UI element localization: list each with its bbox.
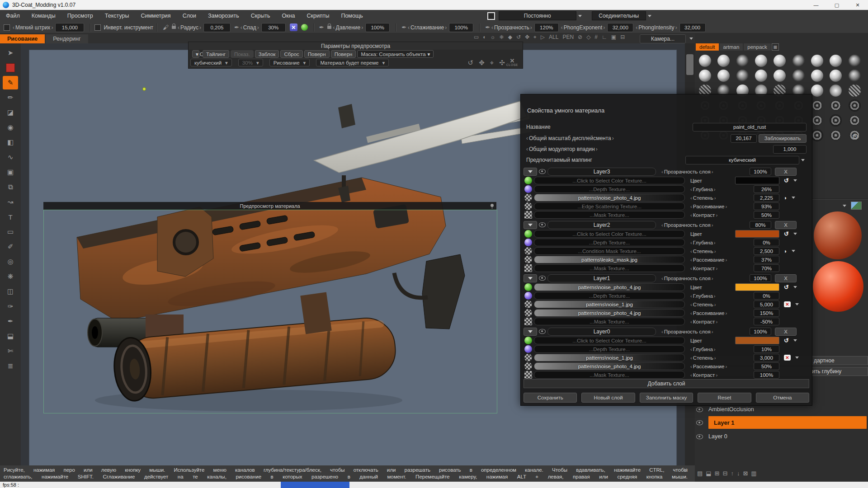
star-tool-icon[interactable]: ❋ bbox=[3, 270, 18, 283]
save-button[interactable]: Сохранить bbox=[524, 393, 577, 403]
layer-opacity-label[interactable]: Прозрачность слоя bbox=[661, 276, 748, 281]
preview-param-button[interactable]: Сброс bbox=[280, 50, 302, 58]
menu-item[interactable]: Окна bbox=[276, 13, 301, 19]
depth-value[interactable]: 10% bbox=[754, 345, 779, 353]
contrast-value[interactable]: -50% bbox=[754, 318, 779, 325]
preset-tab-artman[interactable]: artman bbox=[720, 43, 743, 51]
gear-icon[interactable]: ⚙ bbox=[852, 132, 859, 141]
persist-checkbox[interactable] bbox=[487, 12, 495, 20]
grid-icon[interactable]: # bbox=[594, 34, 598, 40]
scattering-channel-icon[interactable] bbox=[524, 362, 532, 370]
reset-color-icon[interactable]: ↺ bbox=[784, 337, 789, 344]
layer-row-layer0[interactable]: Layer 0 bbox=[696, 432, 867, 441]
material-preview-header[interactable]: Предпросмотр материала bbox=[43, 202, 496, 210]
brush-thumbnail[interactable] bbox=[808, 53, 826, 68]
eye-icon[interactable] bbox=[696, 420, 703, 425]
contrast-label[interactable]: Контраст bbox=[690, 319, 752, 324]
scattering-channel-icon[interactable] bbox=[524, 202, 532, 210]
pen-view-icon[interactable]: PEN bbox=[562, 34, 574, 40]
scattering-value[interactable]: 93% bbox=[754, 202, 779, 210]
brush-thumbnail[interactable] bbox=[845, 113, 863, 128]
brush-thumbnail[interactable] bbox=[845, 68, 863, 83]
light-icon[interactable]: ☼ bbox=[491, 34, 495, 40]
smoothing-value[interactable]: 100% bbox=[449, 23, 473, 32]
preview-param-dropdown[interactable]: 30% bbox=[238, 59, 263, 66]
texture-chip-icon[interactable] bbox=[851, 202, 862, 210]
color-channel-icon[interactable] bbox=[524, 177, 532, 184]
pressure-value[interactable]: 100% bbox=[365, 23, 390, 32]
condition-texture-slot[interactable]: patterns\noise_photo_4.jpg bbox=[534, 194, 685, 202]
color-texture-slot[interactable]: ...Click to Select Color Texture... bbox=[534, 337, 685, 344]
scattering-texture-slot[interactable]: patterns\noise_photo_4.jpg bbox=[534, 309, 685, 317]
menu-item[interactable]: Команды bbox=[26, 13, 61, 19]
reset-color-icon[interactable]: ↺ bbox=[784, 284, 789, 291]
contrast-value[interactable]: 100% bbox=[754, 371, 779, 379]
maximize-button[interactable]: ▢ bbox=[826, 0, 847, 10]
fill-mask-button[interactable]: Заполнить маску bbox=[640, 393, 693, 403]
layer-opacity-value[interactable]: 100% bbox=[750, 274, 771, 282]
brush-thumbnail[interactable] bbox=[789, 68, 807, 83]
menu-item[interactable]: Просмотр bbox=[61, 13, 99, 19]
brush-thumbnail[interactable] bbox=[696, 68, 714, 83]
brush-thumbnail[interactable] bbox=[826, 98, 845, 113]
smudge-tool-icon[interactable]: ∿ bbox=[3, 150, 18, 164]
trash-icon[interactable]: ⬓ bbox=[706, 470, 711, 477]
erase-mode-icon[interactable]: ✕ bbox=[290, 23, 297, 31]
menu-item[interactable]: Файл bbox=[0, 13, 26, 19]
remove-texture-icon[interactable]: ✕ bbox=[784, 355, 791, 361]
scattering-texture-slot[interactable]: patterns\leaks_mask.jpg bbox=[534, 256, 685, 263]
layer-opacity-value[interactable]: 80% bbox=[750, 221, 771, 229]
falloff-label[interactable]: Спад bbox=[241, 24, 259, 31]
color-channel-icon[interactable] bbox=[524, 230, 532, 238]
layer-opacity-value[interactable]: 100% bbox=[750, 328, 771, 335]
connective-dropdown[interactable]: Соединительны bbox=[592, 11, 646, 20]
pick-tool-icon[interactable]: ➤ bbox=[3, 46, 18, 60]
layer-opacity-label[interactable]: Прозрачность слоя bbox=[661, 222, 748, 228]
move-up-icon[interactable]: ↑ bbox=[731, 470, 734, 477]
spline-tool-icon[interactable]: ↝ bbox=[3, 195, 18, 209]
pan-preview-icon[interactable]: ✣ bbox=[499, 59, 505, 67]
preview-param-dropdown[interactable]: Рисование bbox=[269, 59, 310, 66]
brush-thumbnail[interactable] bbox=[733, 68, 752, 83]
degree-value[interactable]: 2,225 bbox=[754, 194, 779, 202]
layer-visibility-icon[interactable] bbox=[539, 329, 546, 334]
color-swatch[interactable] bbox=[735, 177, 779, 184]
eye-icon[interactable] bbox=[696, 434, 703, 439]
close-preview-button[interactable]: ✕ CLOSE bbox=[506, 59, 518, 67]
brush-thumbnail[interactable] bbox=[752, 53, 770, 68]
layer-visibility-icon[interactable] bbox=[539, 222, 546, 227]
contrast-label[interactable]: Контраст bbox=[690, 372, 752, 378]
preview-param-button[interactable]: Заблок bbox=[255, 50, 279, 58]
layer-name-field[interactable]: Layer2 bbox=[547, 221, 656, 229]
perspective-icon[interactable]: ▷ bbox=[541, 34, 545, 40]
layer-row-layer1[interactable]: Layer 1 bbox=[696, 416, 867, 429]
degree-label[interactable]: Степень bbox=[690, 302, 752, 307]
mask-channel-icon[interactable] bbox=[524, 211, 532, 219]
brush-thumbnail[interactable] bbox=[845, 83, 863, 98]
rect-tool-icon[interactable]: ▭ bbox=[3, 225, 18, 239]
opacity-value[interactable]: 120% bbox=[534, 23, 559, 32]
phong-exponent-label[interactable]: PhongExponent bbox=[561, 24, 605, 31]
brush-thumbnail[interactable] bbox=[770, 68, 789, 83]
condition-channel-icon[interactable] bbox=[524, 247, 532, 255]
chevron-down-icon[interactable] bbox=[795, 357, 799, 359]
pen-icon[interactable]: ✒ bbox=[485, 24, 490, 31]
brush-thumbnail[interactable] bbox=[752, 68, 770, 83]
reset-color-icon[interactable]: ↺ bbox=[784, 230, 789, 237]
merge-layer-icon[interactable]: ⊟ bbox=[723, 470, 728, 477]
chevron-down-icon[interactable] bbox=[793, 286, 797, 288]
displacement-value[interactable]: 20,167 bbox=[731, 134, 757, 143]
collapse-layer-button[interactable] bbox=[524, 221, 537, 229]
chevron-down-icon[interactable] bbox=[793, 339, 797, 342]
brush-thumbnail[interactable] bbox=[714, 68, 733, 83]
preview-param-dropdown[interactable]: Материал будет переме bbox=[316, 59, 389, 66]
menu-item[interactable]: Скрипты bbox=[301, 13, 335, 19]
invert-tool-checkbox[interactable] bbox=[94, 24, 101, 31]
depth-label[interactable]: Глубина bbox=[690, 293, 752, 299]
degree-label[interactable]: Степень bbox=[690, 249, 752, 254]
zoom-camera-icon[interactable]: ⌖ bbox=[533, 34, 537, 40]
degree-value[interactable]: 2,500 bbox=[754, 247, 779, 255]
condition-texture-slot[interactable]: patterns\noise_1.jpg bbox=[534, 354, 685, 361]
layer-name-field[interactable]: Layer3 bbox=[547, 168, 656, 176]
collapse-layer-button[interactable] bbox=[524, 168, 537, 176]
